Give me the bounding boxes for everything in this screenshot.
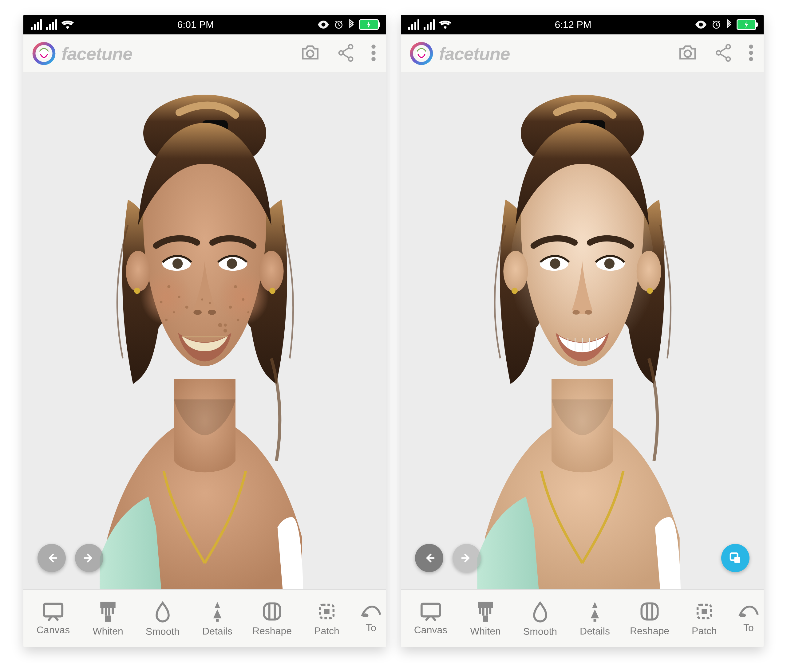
compare-button[interactable] — [721, 544, 749, 572]
tool-patch[interactable]: Patch — [299, 601, 354, 637]
camera-icon — [300, 44, 320, 61]
tool-tones[interactable]: To — [732, 604, 763, 634]
battery-icon — [736, 19, 756, 30]
svg-point-37 — [201, 298, 203, 301]
svg-point-28 — [185, 306, 188, 309]
whiten-icon — [476, 600, 495, 623]
compare-icon — [729, 552, 742, 565]
tool-details[interactable]: Details — [190, 600, 245, 637]
tool-reshape[interactable]: Reshape — [622, 601, 677, 637]
bottom-toolbar: Canvas Whiten Smooth Details Reshape — [401, 589, 763, 647]
svg-point-21 — [193, 310, 202, 315]
tool-details-label: Details — [580, 626, 610, 637]
share-button[interactable] — [715, 44, 732, 63]
tool-details-label: Details — [202, 626, 232, 637]
svg-point-29 — [173, 311, 175, 314]
portrait-photo — [428, 91, 736, 589]
tool-canvas[interactable]: Canvas — [26, 602, 81, 636]
signal-bars-icon — [31, 19, 42, 30]
svg-point-68 — [512, 288, 518, 294]
overflow-menu-button[interactable] — [371, 44, 376, 62]
camera-button[interactable] — [678, 44, 698, 62]
svg-point-32 — [242, 298, 244, 301]
eye-icon — [695, 21, 707, 28]
svg-point-25 — [167, 285, 170, 288]
svg-rect-47 — [105, 615, 111, 622]
tool-details[interactable]: Details — [567, 600, 622, 637]
tool-canvas[interactable]: Canvas — [403, 602, 458, 636]
svg-point-16 — [269, 288, 275, 294]
whiten-icon — [98, 600, 118, 623]
smooth-icon — [532, 600, 548, 623]
app-header: facetune — [24, 35, 386, 73]
svg-point-20 — [227, 259, 237, 268]
overflow-menu-button[interactable] — [749, 44, 753, 62]
svg-point-51 — [362, 613, 368, 617]
svg-point-73 — [604, 259, 615, 268]
svg-point-72 — [550, 259, 560, 268]
svg-point-75 — [585, 310, 592, 315]
svg-point-35 — [237, 319, 239, 321]
svg-rect-42 — [100, 602, 115, 608]
redo-button[interactable] — [452, 544, 481, 572]
svg-point-40 — [223, 329, 227, 333]
status-time: 6:01 PM — [177, 19, 214, 30]
tool-tones[interactable]: To — [354, 604, 386, 634]
undo-button[interactable] — [38, 544, 66, 572]
tool-patch[interactable]: Patch — [677, 601, 732, 637]
editing-canvas[interactable] — [401, 73, 763, 589]
canvas-icon — [42, 602, 65, 621]
more-vertical-icon — [749, 44, 753, 61]
tool-smooth[interactable]: Smooth — [513, 600, 567, 637]
svg-point-57 — [726, 44, 730, 49]
svg-point-30 — [165, 319, 168, 321]
eye-icon — [317, 21, 330, 28]
arrow-left-icon — [423, 552, 435, 564]
arrow-left-icon — [46, 552, 58, 564]
svg-rect-48 — [264, 603, 280, 620]
undo-button[interactable] — [415, 544, 443, 572]
tool-smooth[interactable]: Smooth — [135, 600, 190, 637]
tool-smooth-label: Smooth — [523, 626, 557, 637]
svg-rect-90 — [642, 603, 658, 620]
svg-point-59 — [726, 57, 730, 61]
svg-point-38 — [209, 302, 211, 304]
svg-rect-83 — [422, 604, 439, 616]
svg-point-27 — [160, 301, 162, 303]
svg-point-26 — [178, 296, 180, 298]
svg-point-36 — [224, 323, 227, 327]
svg-rect-84 — [478, 602, 493, 608]
signal-bars-icon — [408, 19, 419, 30]
svg-point-4 — [307, 50, 314, 57]
tool-patch-label: Patch — [692, 625, 717, 637]
svg-point-61 — [749, 51, 753, 55]
reshape-icon — [639, 601, 661, 622]
bottom-toolbar: Canvas Whiten Smooth Details Reshape — [24, 589, 386, 647]
tool-canvas-label: Canvas — [414, 625, 447, 636]
tool-whiten-label: Whiten — [93, 626, 123, 637]
camera-button[interactable] — [300, 44, 320, 62]
patch-icon — [316, 601, 338, 622]
svg-point-56 — [684, 50, 691, 57]
svg-point-39 — [218, 323, 222, 327]
signal-bars-icon — [424, 19, 435, 30]
editing-canvas[interactable] — [24, 73, 386, 589]
alarm-icon — [334, 20, 344, 30]
arrow-right-icon — [83, 552, 95, 564]
tool-reshape[interactable]: Reshape — [245, 601, 299, 637]
svg-point-5 — [349, 44, 352, 49]
svg-point-66 — [503, 251, 528, 292]
battery-icon — [359, 19, 379, 30]
svg-point-69 — [647, 288, 653, 294]
redo-button[interactable] — [75, 544, 103, 572]
svg-point-7 — [349, 57, 352, 61]
bluetooth-icon — [348, 19, 355, 30]
share-button[interactable] — [338, 44, 354, 63]
tool-whiten[interactable]: Whiten — [81, 600, 135, 637]
bluetooth-icon — [725, 19, 732, 30]
tool-whiten[interactable]: Whiten — [458, 600, 513, 637]
camera-icon — [678, 44, 698, 61]
phone-screenshot-after: 6:12 PM — [401, 15, 763, 647]
app-brand-name: facetune — [62, 43, 133, 64]
svg-point-24 — [218, 269, 269, 325]
